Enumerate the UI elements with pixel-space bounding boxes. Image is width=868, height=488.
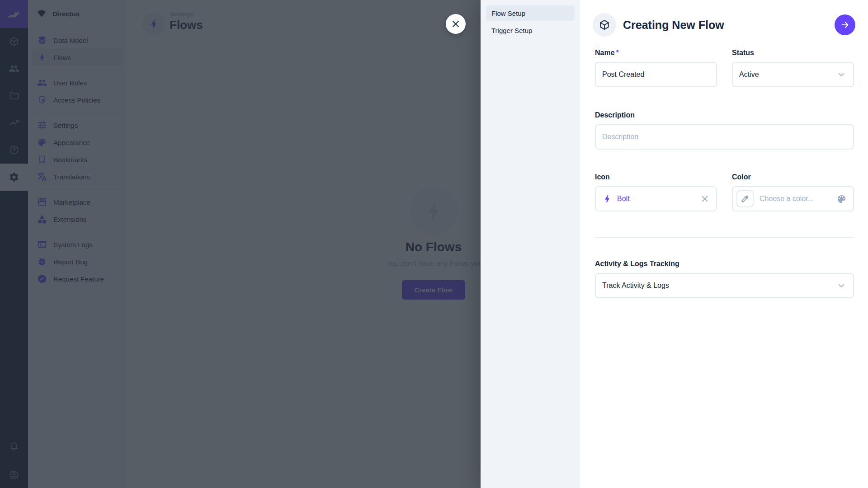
status-label: Status xyxy=(732,49,854,57)
status-select[interactable]: Active xyxy=(732,62,854,87)
cube-icon xyxy=(599,19,610,31)
color-placeholder: Choose a color... xyxy=(760,195,814,203)
status-field: Status Active xyxy=(732,49,854,87)
chevron-down-icon xyxy=(836,280,847,291)
name-input[interactable]: Post Created xyxy=(595,62,717,87)
icon-label: Icon xyxy=(595,173,717,181)
description-label: Description xyxy=(595,111,854,119)
icon-clear-button[interactable] xyxy=(700,194,710,204)
description-placeholder: Description xyxy=(602,133,638,141)
drawer-nav-label: Flow Setup xyxy=(491,9,525,17)
icon-select[interactable]: Bolt xyxy=(595,186,717,211)
drawer-nav-trigger-setup[interactable]: Trigger Setup xyxy=(486,23,575,38)
flow-setup-form: Name* Post Created Status Active Descrip… xyxy=(580,37,868,298)
name-input-value: Post Created xyxy=(602,70,644,79)
drawer-close-button[interactable] xyxy=(446,14,466,34)
eyedropper-icon xyxy=(741,194,750,203)
palette-icon xyxy=(836,194,847,204)
drawer-next-button[interactable] xyxy=(835,14,855,35)
eyedropper-button[interactable] xyxy=(736,190,754,207)
drawer-main: Creating New Flow Name* Post Created Sta… xyxy=(580,0,868,488)
drawer-overlay[interactable] xyxy=(0,0,481,488)
drawer-nav-label: Trigger Setup xyxy=(491,27,532,34)
color-input[interactable]: Choose a color... xyxy=(732,186,854,211)
tracking-field: Activity & Logs Tracking Track Activity … xyxy=(595,260,854,298)
name-label: Name* xyxy=(595,49,717,57)
required-mark: * xyxy=(616,49,619,56)
drawer-nav: Flow Setup Trigger Setup xyxy=(481,0,580,488)
description-field: Description Description xyxy=(595,111,854,150)
icon-field: Icon Bolt xyxy=(595,173,717,211)
drawer-header: Creating New Flow xyxy=(580,0,868,37)
tracking-select-value: Track Activity & Logs xyxy=(602,282,669,290)
drawer-title: Creating New Flow xyxy=(623,19,724,32)
chevron-down-icon xyxy=(836,69,847,80)
bolt-icon xyxy=(602,194,612,204)
palette-picker-button[interactable] xyxy=(836,194,847,204)
drawer-nav-flow-setup[interactable]: Flow Setup xyxy=(486,5,575,21)
drawer-header-icon-circle xyxy=(593,13,616,37)
create-flow-drawer: Flow Setup Trigger Setup Creating New Fl… xyxy=(481,0,868,488)
close-icon xyxy=(450,19,461,29)
tracking-label: Activity & Logs Tracking xyxy=(595,260,854,268)
arrow-right-icon xyxy=(840,19,850,30)
color-label: Color xyxy=(732,173,854,181)
close-icon xyxy=(700,194,710,204)
color-field: Color Choose a color... xyxy=(732,173,854,211)
tracking-select[interactable]: Track Activity & Logs xyxy=(595,273,854,298)
form-divider xyxy=(595,237,854,238)
icon-select-value: Bolt xyxy=(617,195,630,203)
description-input[interactable]: Description xyxy=(595,124,854,150)
name-field: Name* Post Created xyxy=(595,49,717,87)
status-select-value: Active xyxy=(739,70,759,79)
